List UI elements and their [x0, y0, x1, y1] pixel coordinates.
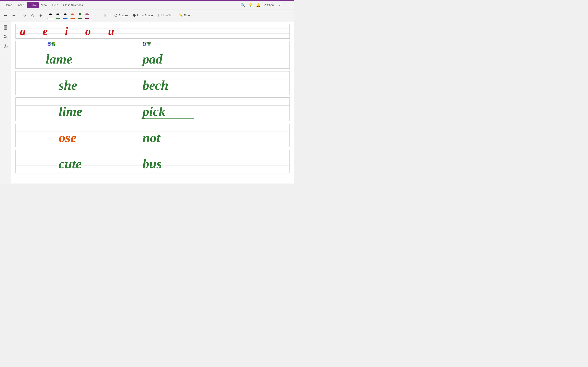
ruler-icon: 📏	[178, 13, 183, 17]
vowel-box: a e i o u	[16, 24, 290, 39]
undo-button[interactable]: ↩	[2, 12, 9, 19]
pen-stylus[interactable]: ✏	[84, 12, 91, 19]
undo-icon: ↩	[4, 13, 7, 18]
redo-button[interactable]: ↪	[10, 12, 18, 19]
divider-1	[19, 12, 19, 19]
bell-icon[interactable]: 🔔	[254, 1, 262, 9]
pen-green[interactable]: ✒	[55, 12, 61, 19]
shapes-button[interactable]: ⬡ Shapes	[112, 12, 130, 19]
cn-annotation-pad: 短音	[142, 42, 151, 47]
ink-to-text-label: Ink to Text	[161, 14, 174, 17]
expand-icon[interactable]: ⤢	[276, 1, 284, 9]
ink-to-shape-icon: ⬢	[133, 13, 136, 17]
pen-icon-2: ✒	[56, 12, 60, 17]
lightbulb-icon[interactable]: 💡	[247, 1, 254, 9]
sidebar-search-icon[interactable]	[2, 33, 9, 41]
menu-help[interactable]: Help	[50, 2, 61, 8]
word-box-2: she bech	[16, 71, 290, 95]
pen-color-dot-4	[70, 18, 75, 19]
divider-2	[46, 12, 46, 19]
word-ose: ose	[59, 130, 77, 145]
vowel-e: e	[43, 25, 48, 38]
plus-icon: +	[94, 13, 96, 18]
select-tool[interactable]: ⬡	[20, 12, 28, 19]
vowel-u: u	[108, 25, 114, 38]
word-not: not	[142, 130, 160, 145]
pen-black[interactable]: ✒	[47, 12, 54, 19]
pen-icon: ✒	[49, 12, 53, 17]
more-icon[interactable]: ···	[284, 1, 292, 9]
pick-underline	[142, 118, 194, 119]
vowel-a: a	[20, 25, 26, 38]
shapes-icon: ⬡	[114, 13, 117, 17]
select-icon: ⬡	[23, 14, 26, 17]
word-pick: pick	[142, 104, 165, 119]
sidebar-notebook-icon[interactable]	[2, 24, 9, 31]
word-box-5: cute bus	[16, 150, 290, 173]
share-button[interactable]: ↗ Ruler Share	[262, 1, 276, 9]
pen-icon-4: ✒	[71, 12, 75, 17]
pen-blue[interactable]: ✒	[62, 12, 69, 19]
add-pen-button[interactable]: +	[91, 12, 99, 19]
word-cute: cute	[59, 156, 82, 171]
search-icon[interactable]: 🔍	[239, 1, 247, 9]
menu-home[interactable]: Home	[2, 2, 15, 8]
menu-insert[interactable]: Insert	[15, 2, 27, 8]
draw-toolbar: ↩ ↪ ⬡ ◌ ⊖ ✒ ✒ ✒ ✒ ▼ ✏ + ☞	[0, 9, 294, 21]
left-sidebar	[0, 21, 11, 184]
ruler-button[interactable]: 📏 Ruler	[176, 12, 193, 19]
menu-classnotebook[interactable]: Class Notebook	[61, 2, 86, 8]
main-layout: a e i o u 長音 短音 lame pad	[0, 21, 294, 184]
word-box-4: ose not	[16, 124, 290, 147]
pen-color-dot-3	[63, 18, 68, 19]
word-lime: lime	[59, 104, 82, 119]
menu-view[interactable]: View	[39, 2, 50, 8]
lasso-icon: ◌	[31, 14, 34, 17]
vowel-o: o	[85, 25, 91, 38]
pen-color-dot-5	[78, 18, 82, 19]
word-box-1: 長音 短音 lame pad	[16, 41, 290, 69]
pen-color-dot-2	[56, 18, 60, 19]
eraser-tool[interactable]: ⊖	[37, 12, 44, 19]
ink-to-shape-button[interactable]: ⬢ Ink to Shape	[131, 12, 155, 19]
eraser-icon: ⊖	[39, 14, 42, 17]
pen-color-dot-6	[85, 18, 89, 19]
ink-to-text-button[interactable]: T Ink to Text	[155, 12, 176, 19]
menu-bar: Home Insert Draw View Help Class Noteboo…	[0, 1, 294, 9]
ink-to-shape-label: Ink to Shape	[137, 14, 153, 17]
vowel-i: i	[65, 25, 68, 38]
marker-icon: ▼	[78, 12, 82, 17]
word-lame: lame	[46, 51, 72, 67]
touch-icon: ☞	[104, 13, 107, 18]
menu-draw[interactable]: Draw	[27, 2, 38, 8]
svg-point-5	[4, 35, 6, 38]
shapes-label: Shapes	[119, 14, 128, 17]
word-she: she	[59, 78, 77, 93]
lasso-tool[interactable]: ◌	[29, 12, 36, 19]
note-content: a e i o u 長音 短音 lame pad	[11, 21, 294, 184]
touch-button[interactable]: ☞	[102, 12, 109, 19]
pen-icon-3: ✒	[63, 12, 67, 17]
word-bus: bus	[142, 156, 162, 171]
divider-3	[100, 12, 100, 19]
ruler-label: Ruler	[184, 14, 191, 17]
stylus-icon: ✏	[85, 12, 89, 17]
ink-to-text-icon: T	[157, 14, 160, 17]
word-pad: pad	[142, 51, 163, 67]
pen-orange[interactable]: ✒	[69, 12, 76, 19]
sidebar-history-icon[interactable]	[2, 42, 9, 50]
pen-marker[interactable]: ▼	[77, 12, 83, 19]
word-bech: bech	[142, 78, 168, 93]
cn-annotation-lame: 長音	[47, 42, 55, 47]
word-box-3: lime pick	[16, 97, 290, 121]
svg-line-6	[6, 38, 7, 39]
share-icon: ↗	[264, 3, 266, 7]
pen-color-dot	[49, 18, 53, 18]
redo-icon: ↪	[12, 13, 16, 18]
